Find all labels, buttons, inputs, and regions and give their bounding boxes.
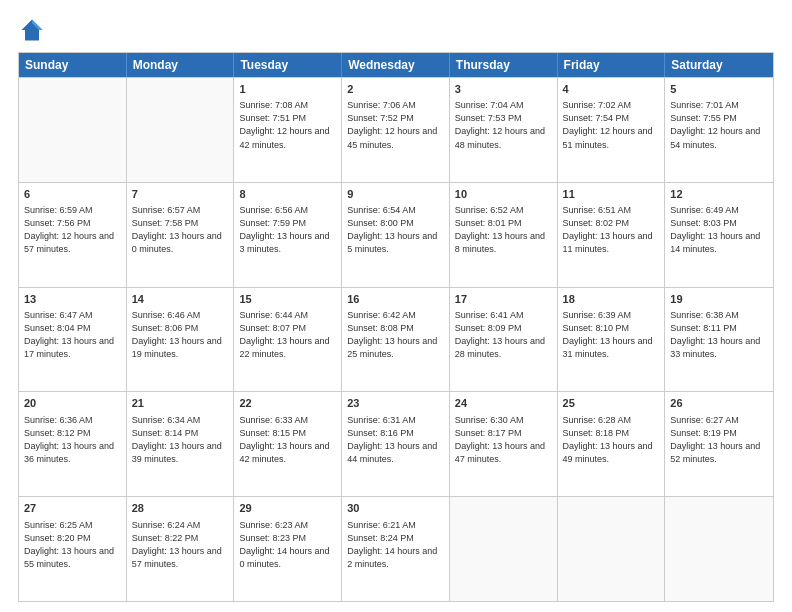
day-number: 17: [455, 292, 552, 307]
day-info: Sunrise: 6:54 AM Sunset: 8:00 PM Dayligh…: [347, 204, 444, 256]
day-number: 9: [347, 187, 444, 202]
page-header: [18, 16, 774, 44]
day-info: Sunrise: 6:42 AM Sunset: 8:08 PM Dayligh…: [347, 309, 444, 361]
header-day-tuesday: Tuesday: [234, 53, 342, 77]
calendar-cell: 20Sunrise: 6:36 AM Sunset: 8:12 PM Dayli…: [19, 392, 127, 496]
calendar-cell: 28Sunrise: 6:24 AM Sunset: 8:22 PM Dayli…: [127, 497, 235, 601]
day-info: Sunrise: 6:34 AM Sunset: 8:14 PM Dayligh…: [132, 414, 229, 466]
day-number: 18: [563, 292, 660, 307]
day-number: 20: [24, 396, 121, 411]
day-info: Sunrise: 6:41 AM Sunset: 8:09 PM Dayligh…: [455, 309, 552, 361]
day-number: 8: [239, 187, 336, 202]
calendar-row-3: 20Sunrise: 6:36 AM Sunset: 8:12 PM Dayli…: [19, 391, 773, 496]
header-day-thursday: Thursday: [450, 53, 558, 77]
day-number: 21: [132, 396, 229, 411]
header-day-wednesday: Wednesday: [342, 53, 450, 77]
calendar-cell: 22Sunrise: 6:33 AM Sunset: 8:15 PM Dayli…: [234, 392, 342, 496]
calendar-cell: 5Sunrise: 7:01 AM Sunset: 7:55 PM Daylig…: [665, 78, 773, 182]
day-info: Sunrise: 6:39 AM Sunset: 8:10 PM Dayligh…: [563, 309, 660, 361]
logo-icon: [18, 16, 46, 44]
day-number: 24: [455, 396, 552, 411]
day-info: Sunrise: 7:08 AM Sunset: 7:51 PM Dayligh…: [239, 99, 336, 151]
day-info: Sunrise: 6:44 AM Sunset: 8:07 PM Dayligh…: [239, 309, 336, 361]
calendar: SundayMondayTuesdayWednesdayThursdayFrid…: [18, 52, 774, 602]
calendar-cell: 11Sunrise: 6:51 AM Sunset: 8:02 PM Dayli…: [558, 183, 666, 287]
day-info: Sunrise: 6:21 AM Sunset: 8:24 PM Dayligh…: [347, 519, 444, 571]
calendar-cell: 17Sunrise: 6:41 AM Sunset: 8:09 PM Dayli…: [450, 288, 558, 392]
calendar-row-2: 13Sunrise: 6:47 AM Sunset: 8:04 PM Dayli…: [19, 287, 773, 392]
calendar-cell: 24Sunrise: 6:30 AM Sunset: 8:17 PM Dayli…: [450, 392, 558, 496]
calendar-cell: 9Sunrise: 6:54 AM Sunset: 8:00 PM Daylig…: [342, 183, 450, 287]
day-number: 7: [132, 187, 229, 202]
day-info: Sunrise: 6:38 AM Sunset: 8:11 PM Dayligh…: [670, 309, 768, 361]
calendar-cell: 10Sunrise: 6:52 AM Sunset: 8:01 PM Dayli…: [450, 183, 558, 287]
calendar-body: 1Sunrise: 7:08 AM Sunset: 7:51 PM Daylig…: [19, 77, 773, 601]
calendar-cell: 27Sunrise: 6:25 AM Sunset: 8:20 PM Dayli…: [19, 497, 127, 601]
day-info: Sunrise: 6:36 AM Sunset: 8:12 PM Dayligh…: [24, 414, 121, 466]
day-info: Sunrise: 6:23 AM Sunset: 8:23 PM Dayligh…: [239, 519, 336, 571]
day-info: Sunrise: 6:30 AM Sunset: 8:17 PM Dayligh…: [455, 414, 552, 466]
calendar-cell: 29Sunrise: 6:23 AM Sunset: 8:23 PM Dayli…: [234, 497, 342, 601]
day-number: 25: [563, 396, 660, 411]
day-info: Sunrise: 6:24 AM Sunset: 8:22 PM Dayligh…: [132, 519, 229, 571]
day-info: Sunrise: 6:27 AM Sunset: 8:19 PM Dayligh…: [670, 414, 768, 466]
calendar-cell: [19, 78, 127, 182]
calendar-cell: [450, 497, 558, 601]
calendar-cell: 23Sunrise: 6:31 AM Sunset: 8:16 PM Dayli…: [342, 392, 450, 496]
calendar-cell: 1Sunrise: 7:08 AM Sunset: 7:51 PM Daylig…: [234, 78, 342, 182]
logo: [18, 16, 50, 44]
calendar-header: SundayMondayTuesdayWednesdayThursdayFrid…: [19, 53, 773, 77]
calendar-cell: 3Sunrise: 7:04 AM Sunset: 7:53 PM Daylig…: [450, 78, 558, 182]
day-info: Sunrise: 7:01 AM Sunset: 7:55 PM Dayligh…: [670, 99, 768, 151]
day-info: Sunrise: 6:59 AM Sunset: 7:56 PM Dayligh…: [24, 204, 121, 256]
calendar-cell: 2Sunrise: 7:06 AM Sunset: 7:52 PM Daylig…: [342, 78, 450, 182]
header-day-saturday: Saturday: [665, 53, 773, 77]
day-info: Sunrise: 6:28 AM Sunset: 8:18 PM Dayligh…: [563, 414, 660, 466]
day-number: 15: [239, 292, 336, 307]
day-number: 28: [132, 501, 229, 516]
calendar-row-4: 27Sunrise: 6:25 AM Sunset: 8:20 PM Dayli…: [19, 496, 773, 601]
calendar-cell: [558, 497, 666, 601]
calendar-cell: 4Sunrise: 7:02 AM Sunset: 7:54 PM Daylig…: [558, 78, 666, 182]
day-number: 5: [670, 82, 768, 97]
calendar-row-0: 1Sunrise: 7:08 AM Sunset: 7:51 PM Daylig…: [19, 77, 773, 182]
day-info: Sunrise: 6:47 AM Sunset: 8:04 PM Dayligh…: [24, 309, 121, 361]
calendar-cell: [127, 78, 235, 182]
day-number: 11: [563, 187, 660, 202]
day-number: 2: [347, 82, 444, 97]
calendar-cell: 25Sunrise: 6:28 AM Sunset: 8:18 PM Dayli…: [558, 392, 666, 496]
calendar-cell: 18Sunrise: 6:39 AM Sunset: 8:10 PM Dayli…: [558, 288, 666, 392]
day-number: 29: [239, 501, 336, 516]
day-info: Sunrise: 6:52 AM Sunset: 8:01 PM Dayligh…: [455, 204, 552, 256]
day-number: 19: [670, 292, 768, 307]
day-info: Sunrise: 6:51 AM Sunset: 8:02 PM Dayligh…: [563, 204, 660, 256]
header-day-friday: Friday: [558, 53, 666, 77]
day-info: Sunrise: 6:56 AM Sunset: 7:59 PM Dayligh…: [239, 204, 336, 256]
day-number: 1: [239, 82, 336, 97]
calendar-cell: 26Sunrise: 6:27 AM Sunset: 8:19 PM Dayli…: [665, 392, 773, 496]
day-number: 3: [455, 82, 552, 97]
day-info: Sunrise: 7:04 AM Sunset: 7:53 PM Dayligh…: [455, 99, 552, 151]
calendar-cell: 7Sunrise: 6:57 AM Sunset: 7:58 PM Daylig…: [127, 183, 235, 287]
day-number: 10: [455, 187, 552, 202]
day-number: 12: [670, 187, 768, 202]
day-number: 16: [347, 292, 444, 307]
day-number: 6: [24, 187, 121, 202]
day-info: Sunrise: 7:06 AM Sunset: 7:52 PM Dayligh…: [347, 99, 444, 151]
day-number: 27: [24, 501, 121, 516]
day-number: 30: [347, 501, 444, 516]
header-day-monday: Monday: [127, 53, 235, 77]
calendar-cell: 16Sunrise: 6:42 AM Sunset: 8:08 PM Dayli…: [342, 288, 450, 392]
calendar-cell: 14Sunrise: 6:46 AM Sunset: 8:06 PM Dayli…: [127, 288, 235, 392]
day-info: Sunrise: 6:31 AM Sunset: 8:16 PM Dayligh…: [347, 414, 444, 466]
day-info: Sunrise: 6:33 AM Sunset: 8:15 PM Dayligh…: [239, 414, 336, 466]
calendar-cell: 19Sunrise: 6:38 AM Sunset: 8:11 PM Dayli…: [665, 288, 773, 392]
day-number: 22: [239, 396, 336, 411]
day-number: 13: [24, 292, 121, 307]
day-number: 23: [347, 396, 444, 411]
day-info: Sunrise: 6:57 AM Sunset: 7:58 PM Dayligh…: [132, 204, 229, 256]
calendar-cell: 8Sunrise: 6:56 AM Sunset: 7:59 PM Daylig…: [234, 183, 342, 287]
day-info: Sunrise: 7:02 AM Sunset: 7:54 PM Dayligh…: [563, 99, 660, 151]
day-number: 14: [132, 292, 229, 307]
day-info: Sunrise: 6:49 AM Sunset: 8:03 PM Dayligh…: [670, 204, 768, 256]
